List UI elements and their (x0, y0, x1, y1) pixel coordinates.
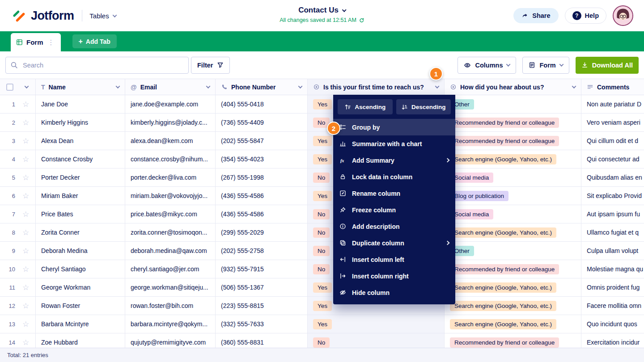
cell-source[interactable]: Blog or publication (445, 187, 581, 205)
cell-source[interactable]: Search engine (Google, Yahoo, etc.) (445, 150, 581, 168)
row-select-cell[interactable]: 5 ☆ (0, 168, 36, 186)
cell-comment[interactable]: Vero veniam asperi (581, 114, 644, 131)
row-select-cell[interactable]: 6 ☆ (0, 187, 36, 205)
cell-phone[interactable]: (736) 555-4409 (216, 114, 308, 131)
user-avatar[interactable] (613, 5, 633, 26)
column-menu-chevron-icon[interactable] (206, 84, 211, 88)
column-menu-chevron-icon[interactable] (298, 84, 303, 88)
cell-email[interactable]: deborah.medina@qaw.com (125, 242, 216, 260)
share-button[interactable]: Share (513, 8, 558, 23)
cell-comment[interactable]: Aut ipsam ipsum fu (581, 205, 644, 223)
cell-phone[interactable]: (332) 555-7633 (216, 315, 308, 333)
cell-email[interactable]: rowan.foster@bih.com (125, 297, 216, 315)
favorite-star-icon[interactable]: ☆ (22, 284, 29, 291)
favorite-star-icon[interactable]: ☆ (22, 302, 29, 310)
menu-item-add-description[interactable]: Add description (333, 218, 455, 235)
refresh-icon[interactable] (359, 17, 364, 23)
cell-name[interactable]: Constance Crosby (36, 150, 125, 168)
row-select-cell[interactable]: 11 ☆ (0, 278, 36, 296)
cell-name[interactable]: Zorita Conner (36, 223, 125, 241)
cell-name[interactable]: Jane Doe (36, 95, 125, 113)
favorite-star-icon[interactable]: ☆ (22, 192, 29, 200)
column-header-name[interactable]: T Name (36, 79, 125, 95)
cell-comment[interactable]: Omnis proident fug (581, 278, 644, 296)
sort-ascending-button[interactable]: Ascending (338, 99, 393, 114)
menu-item-insert-column-right[interactable]: Insert column right (333, 268, 455, 284)
column-header-email[interactable]: @ Email (125, 79, 216, 95)
favorite-star-icon[interactable]: ☆ (22, 265, 29, 273)
row-select-cell[interactable]: 8 ☆ (0, 223, 36, 241)
favorite-star-icon[interactable]: ☆ (22, 119, 29, 126)
cell-phone[interactable]: (202) 555-5847 (216, 132, 308, 150)
cell-first-time[interactable]: Yes (308, 315, 445, 333)
add-tab-button[interactable]: + Add Tab (72, 34, 117, 48)
cell-comment[interactable]: Qui consectetur ad (581, 150, 644, 168)
menu-item-group-by[interactable]: Group by (333, 119, 455, 135)
menu-item-duplicate-column[interactable]: Duplicate column (333, 235, 455, 251)
column-header-is-this-your-first-time-to-reach-us[interactable]: Is this your first time to reach us? (308, 79, 445, 95)
cell-email[interactable]: zorita.conner@tosimoqon... (125, 223, 216, 241)
cell-comment[interactable]: Non aute pariatur D (581, 95, 644, 113)
cell-name[interactable]: Price Bates (36, 205, 125, 223)
cell-email[interactable]: price.bates@mikyc.com (125, 205, 216, 223)
column-header-comments[interactable]: Comments (581, 79, 644, 95)
cell-comment[interactable]: Molestiae magna qu (581, 260, 644, 278)
row-select-cell[interactable]: 9 ☆ (0, 242, 36, 260)
favorite-star-icon[interactable]: ☆ (22, 320, 29, 328)
cell-source[interactable]: Recommended by friend or colleague (445, 260, 581, 278)
column-menu-chevron-icon[interactable] (435, 84, 440, 88)
cell-source[interactable]: Search engine (Google, Yahoo, etc.) (445, 223, 581, 241)
row-select-cell[interactable]: 4 ☆ (0, 150, 36, 168)
cell-phone[interactable]: (506) 555-1367 (216, 278, 308, 296)
row-select-cell[interactable]: 7 ☆ (0, 205, 36, 223)
menu-item-hide-column[interactable]: Hide column (333, 284, 455, 301)
row-select-cell[interactable]: 1 ☆ (0, 95, 36, 113)
form-button[interactable]: Form (522, 57, 569, 74)
menu-item-summarize-with-a-chart[interactable]: Summarize with a chart (333, 135, 455, 152)
sort-descending-button[interactable]: Descending (396, 99, 451, 114)
cell-comment[interactable]: Quibusdam alias en (581, 168, 644, 186)
cell-email[interactable]: qujutyp@remimigityve.com (125, 333, 216, 348)
cell-email[interactable]: cheryl.santiago@jer.com (125, 260, 216, 278)
cell-name[interactable]: Rowan Foster (36, 297, 125, 315)
cell-email[interactable]: barbara.mcintyre@qokym... (125, 315, 216, 333)
favorite-star-icon[interactable]: ☆ (22, 210, 29, 218)
favorite-star-icon[interactable]: ☆ (22, 247, 29, 255)
cell-source[interactable]: Search engine (Google, Yahoo, etc.) (445, 315, 581, 333)
row-select-cell[interactable]: 2 ☆ (0, 114, 36, 131)
menu-item-rename-column[interactable]: Rename column (333, 185, 455, 202)
cell-name[interactable]: Deborah Medina (36, 242, 125, 260)
search-input[interactable] (5, 57, 189, 74)
cell-comment[interactable]: Ullamco fugiat et q (581, 223, 644, 241)
cell-phone[interactable]: (223) 555-8815 (216, 297, 308, 315)
favorite-star-icon[interactable]: ☆ (22, 101, 29, 108)
cell-source[interactable]: Other (445, 95, 581, 113)
tab-form[interactable]: Form ⋮ (11, 33, 61, 51)
cell-source[interactable]: Recommended by friend or colleague (445, 132, 581, 150)
column-menu-chevron-icon[interactable] (116, 84, 120, 88)
menu-item-freeze-column[interactable]: Freeze column (333, 202, 455, 218)
menu-item-lock-data-in-column[interactable]: Lock data in column (333, 168, 455, 185)
cell-source[interactable]: Search engine (Google, Yahoo, etc.) (445, 297, 581, 315)
cell-name[interactable]: Barbara Mcintyre (36, 315, 125, 333)
product-switcher[interactable]: Tables (89, 12, 116, 20)
jotform-logo[interactable]: Jotform (11, 8, 74, 24)
favorite-star-icon[interactable]: ☆ (22, 339, 29, 346)
cell-phone[interactable]: (354) 555-4023 (216, 150, 308, 168)
cell-email[interactable]: alexa.dean@kem.com (125, 132, 216, 150)
cell-source[interactable]: Social media (445, 168, 581, 186)
row-select-cell[interactable]: 12 ☆ (0, 297, 36, 315)
cell-name[interactable]: Zoe Hubbard (36, 333, 125, 348)
menu-item-add-summary[interactable]: fx Add Summary (333, 152, 455, 168)
row-select-cell[interactable]: 13 ☆ (0, 315, 36, 333)
cell-name[interactable]: Porter Decker (36, 168, 125, 186)
cell-first-time[interactable]: No (308, 333, 445, 348)
rows-chevron-icon[interactable] (25, 84, 29, 88)
cell-phone[interactable]: (436) 555-4586 (216, 187, 308, 205)
select-all-checkbox[interactable] (6, 84, 13, 91)
tab-options-icon[interactable]: ⋮ (47, 38, 55, 46)
row-select-cell[interactable]: 3 ☆ (0, 132, 36, 150)
cell-comment[interactable]: Exercitation incidur (581, 333, 644, 348)
cell-name[interactable]: Alexa Dean (36, 132, 125, 150)
cell-phone[interactable]: (932) 555-7915 (216, 260, 308, 278)
